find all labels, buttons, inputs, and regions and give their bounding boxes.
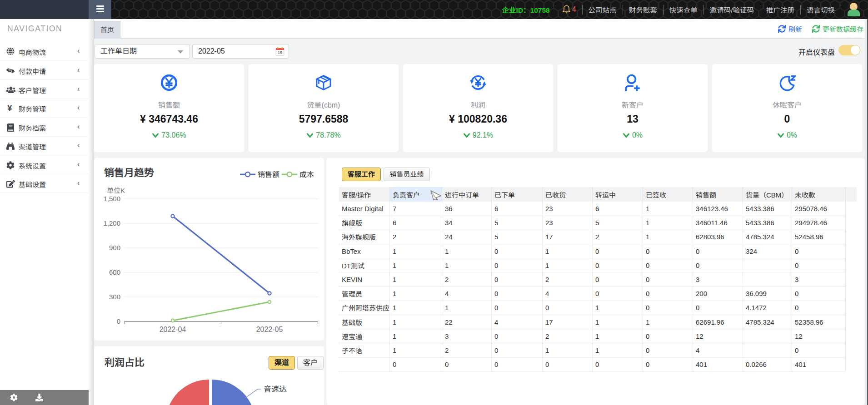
svg-text:销售月趋势: 销售月趋势 [104, 167, 154, 178]
svg-text:2022-04: 2022-04 [160, 326, 186, 333]
svg-text:音速达: 音速达 [264, 385, 287, 394]
svg-text:300: 300 [109, 293, 120, 301]
svg-text:900: 900 [109, 244, 120, 252]
svg-text:单位K: 单位K [107, 187, 125, 194]
svg-text:0: 0 [117, 317, 120, 325]
svg-text:2022-05: 2022-05 [256, 326, 283, 333]
svg-text:15: 15 [278, 50, 282, 55]
svg-text:利润占比: 利润占比 [105, 357, 145, 368]
svg-text:1,500: 1,500 [103, 195, 120, 202]
svg-text:销售额: 销售额 [258, 171, 279, 178]
svg-text:600: 600 [109, 268, 120, 276]
svg-text:成本: 成本 [299, 171, 314, 178]
svg-text:1,200: 1,200 [103, 219, 120, 227]
